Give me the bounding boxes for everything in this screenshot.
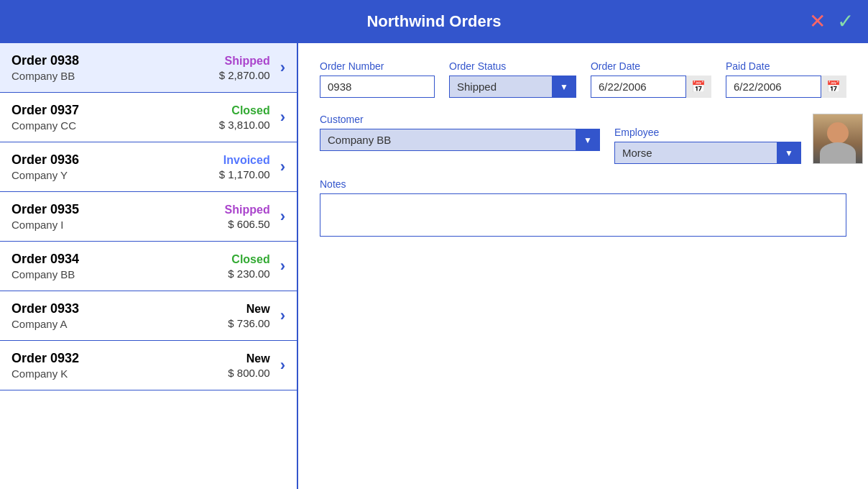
order-item-company: Company A xyxy=(11,318,228,330)
order-item-title: Order 0933 xyxy=(11,301,228,316)
order-item-status: Shipped xyxy=(225,55,270,68)
order-item-info: Order 0935 Company I xyxy=(11,202,225,231)
order-item-right: Closed $ 3,810.00 xyxy=(219,104,270,131)
order-item-right: Invoiced $ 1,170.00 xyxy=(219,154,270,180)
order-item-chevron: › xyxy=(280,157,285,176)
order-item-company: Company BB xyxy=(11,70,219,82)
close-button[interactable]: ✕ xyxy=(806,12,828,32)
order-item-right: New $ 736.00 xyxy=(228,303,269,329)
order-date-calendar-icon[interactable]: 📅 xyxy=(685,76,711,98)
app-title: Northwind Orders xyxy=(366,12,501,31)
form-row-2: Customer Company ACompany BBCompany CCCo… xyxy=(320,114,846,164)
notes-label: Notes xyxy=(320,178,846,190)
order-item-right: Shipped $ 2,870.00 xyxy=(219,55,270,81)
order-list-item[interactable]: Order 0935 Company I Shipped $ 606.50 › xyxy=(0,192,297,242)
order-date-group: Order Date 📅 xyxy=(591,60,711,99)
order-item-amount: $ 1,170.00 xyxy=(219,168,270,180)
paid-date-group: Paid Date 📅 xyxy=(726,60,846,99)
order-item-info: Order 0934 Company BB xyxy=(11,252,228,280)
order-list-item[interactable]: Order 0938 Company BB Shipped $ 2,870.00… xyxy=(0,43,297,93)
customer-select-wrapper: Company ACompany BBCompany CCCompany ICo… xyxy=(320,129,600,151)
order-item-chevron: › xyxy=(280,58,285,77)
order-item-info: Order 0938 Company BB xyxy=(11,53,219,82)
order-item-status: Invoiced xyxy=(223,154,270,167)
order-item-status: Closed xyxy=(231,253,269,266)
order-item-title: Order 0934 xyxy=(11,252,228,267)
employee-section: Employee MorseFreehaferKotasSergienko xyxy=(614,114,863,164)
confirm-button[interactable]: ✓ xyxy=(834,12,857,32)
order-item-info: Order 0932 Company K xyxy=(11,351,228,380)
order-item-amount: $ 2,870.00 xyxy=(219,69,270,81)
order-item-company: Company Y xyxy=(11,169,219,181)
employee-select-wrapper: MorseFreehaferKotasSergienko xyxy=(614,142,801,164)
customer-select[interactable]: Company ACompany BBCompany CCCompany ICo… xyxy=(320,129,600,151)
order-item-status: New xyxy=(246,352,270,365)
order-list-item[interactable]: Order 0932 Company K New $ 800.00 › xyxy=(0,341,297,390)
order-item-right: New $ 800.00 xyxy=(228,352,269,379)
paid-date-calendar-icon[interactable]: 📅 xyxy=(821,76,846,98)
title-bar: Northwind Orders ✕ ✓ xyxy=(0,0,868,43)
employee-photo-image xyxy=(813,114,862,164)
order-item-amount: $ 3,810.00 xyxy=(219,119,270,131)
order-list-item[interactable]: Order 0933 Company A New $ 736.00 › xyxy=(0,291,297,341)
order-item-status: Closed xyxy=(231,104,269,117)
order-item-company: Company BB xyxy=(11,268,228,280)
order-list-item[interactable]: Order 0934 Company BB Closed $ 230.00 › xyxy=(0,242,297,291)
notes-group: Notes xyxy=(320,178,846,237)
order-list-item[interactable]: Order 0936 Company Y Invoiced $ 1,170.00… xyxy=(0,142,297,192)
order-detail-panel: Order Number Order Status NewInvoicedShi… xyxy=(298,43,868,489)
order-date-label: Order Date xyxy=(591,60,711,72)
order-item-chevron: › xyxy=(280,356,285,375)
order-status-select[interactable]: NewInvoicedShippedClosed xyxy=(449,76,576,98)
order-item-info: Order 0933 Company A xyxy=(11,301,228,330)
order-list-item[interactable]: Order 0937 Company CC Closed $ 3,810.00 … xyxy=(0,93,297,142)
order-item-chevron: › xyxy=(280,207,285,226)
order-item-company: Company I xyxy=(11,219,225,231)
paid-date-wrapper: 📅 xyxy=(726,76,846,98)
order-item-amount: $ 606.50 xyxy=(228,218,269,230)
order-item-amount: $ 736.00 xyxy=(228,317,269,329)
order-item-right: Closed $ 230.00 xyxy=(228,253,269,280)
notes-textarea[interactable] xyxy=(320,193,846,237)
order-item-amount: $ 230.00 xyxy=(228,268,269,280)
order-item-status: Shipped xyxy=(225,204,270,216)
order-item-company: Company CC xyxy=(11,119,219,132)
employee-label: Employee xyxy=(614,127,801,138)
order-status-label: Order Status xyxy=(449,60,576,72)
paid-date-label: Paid Date xyxy=(726,60,846,72)
order-item-info: Order 0937 Company CC xyxy=(11,103,219,132)
title-bar-buttons: ✕ ✓ xyxy=(806,12,857,32)
customer-group: Customer Company ACompany BBCompany CCCo… xyxy=(320,114,600,164)
main-content: Order 0938 Company BB Shipped $ 2,870.00… xyxy=(0,43,868,489)
order-item-title: Order 0932 xyxy=(11,351,228,366)
order-item-title: Order 0935 xyxy=(11,202,225,217)
order-item-right: Shipped $ 606.50 xyxy=(225,204,270,230)
customer-label: Customer xyxy=(320,114,600,125)
order-item-status: New xyxy=(246,303,270,316)
order-item-chevron: › xyxy=(280,306,285,325)
order-number-input[interactable] xyxy=(320,76,435,98)
employee-group: Employee MorseFreehaferKotasSergienko xyxy=(614,127,801,164)
order-item-chevron: › xyxy=(280,257,285,275)
order-item-title: Order 0937 xyxy=(11,103,219,118)
order-list-panel: Order 0938 Company BB Shipped $ 2,870.00… xyxy=(0,43,298,489)
order-number-label: Order Number xyxy=(320,60,435,72)
order-item-amount: $ 800.00 xyxy=(228,367,269,379)
employee-photo xyxy=(813,114,863,164)
order-status-select-wrapper: NewInvoicedShippedClosed xyxy=(449,76,576,98)
order-item-info: Order 0936 Company Y xyxy=(11,152,219,181)
order-number-group: Order Number xyxy=(320,60,435,99)
order-date-wrapper: 📅 xyxy=(591,76,711,98)
order-item-title: Order 0936 xyxy=(11,152,219,168)
order-item-chevron: › xyxy=(280,108,285,127)
order-item-company: Company K xyxy=(11,367,228,380)
order-status-group: Order Status NewInvoicedShippedClosed xyxy=(449,60,576,98)
order-item-title: Order 0938 xyxy=(11,53,219,68)
form-row-1: Order Number Order Status NewInvoicedShi… xyxy=(320,60,846,99)
employee-select[interactable]: MorseFreehaferKotasSergienko xyxy=(614,142,801,164)
app-window: Northwind Orders ✕ ✓ Order 0938 Company … xyxy=(0,0,868,489)
